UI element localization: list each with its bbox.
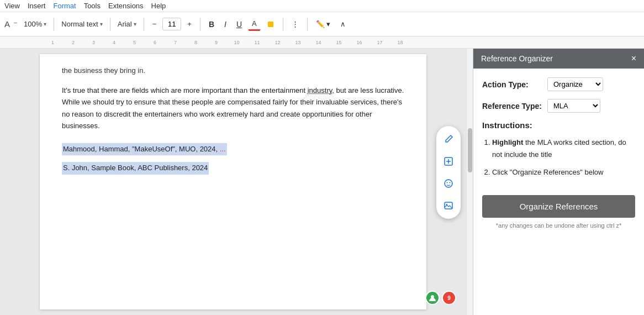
font-size-decrease[interactable]: − <box>149 18 161 30</box>
doc-top-text: the business they bring in. <box>62 65 404 77</box>
main-area: the business they bring in. It's true th… <box>0 49 644 315</box>
separator-4 <box>200 18 200 31</box>
ref-panel-close-button[interactable]: × <box>631 54 636 63</box>
svg-point-2 <box>445 180 452 187</box>
toolbar: A ⁻ 100% ▾ Normal text ▾ Arial ▾ − + B I… <box>0 12 644 36</box>
doc-body-paragraph: It's true that there are fields which ar… <box>62 85 404 132</box>
underline-button[interactable]: U <box>233 18 246 31</box>
pen-button[interactable]: ✏️ ▾ <box>312 18 335 30</box>
instruction-step-1: Highlight the MLA works cited section, d… <box>492 136 635 161</box>
organize-references-button[interactable]: Organize References <box>482 195 635 218</box>
more-options-button[interactable]: ⋮ <box>288 18 303 30</box>
font-size-input[interactable] <box>162 18 181 30</box>
top-text-content: the business they bring in. <box>62 66 145 75</box>
ref-1-text: Mahmood, Hammad, "MakeUseOf", MUO, 2024,… <box>62 143 227 156</box>
avatar-green <box>425 291 440 305</box>
font-family-value: Arial <box>118 20 132 28</box>
scrollbar-track[interactable] <box>466 49 473 315</box>
floating-toolbar <box>436 126 461 219</box>
image-float-button[interactable] <box>440 197 457 214</box>
highlight-button[interactable] <box>263 18 278 30</box>
font-style-value: Normal text <box>61 20 98 28</box>
emoji-float-button[interactable] <box>440 175 457 192</box>
instruction-1-bold: Highlight <box>492 138 523 146</box>
instruction-2-text: Click "Organize References" below <box>492 168 603 176</box>
menu-item-view[interactable]: View <box>4 2 20 10</box>
menu-item-tools[interactable]: Tools <box>84 2 101 10</box>
collapse-button[interactable]: ∧ <box>336 18 350 30</box>
add-float-button[interactable] <box>440 153 457 170</box>
svg-rect-0 <box>268 22 273 27</box>
ruler: 1 2 3 4 5 6 7 8 9 10 11 12 13 14 15 16 1… <box>0 36 644 49</box>
menu-item-insert[interactable]: Insert <box>28 2 46 10</box>
ref-note: *any changes can be undone after using c… <box>482 222 635 229</box>
menu-bar: View Insert Format Tools Extensions Help <box>0 0 644 12</box>
ref-panel: Reference Organizer × Action Type: Organ… <box>473 49 644 315</box>
menu-item-extensions[interactable]: Extensions <box>108 2 144 10</box>
instructions-list: Highlight the MLA works cited section, d… <box>482 136 635 179</box>
svg-point-4 <box>450 182 451 183</box>
font-paint-icon: ⁻ <box>13 19 18 29</box>
reference-type-select[interactable]: MLA APA Chicago <box>547 99 600 113</box>
text-color-button[interactable]: A <box>248 17 261 31</box>
ref-panel-body: Action Type: Organize Sort Format Refere… <box>473 69 644 315</box>
doc-area[interactable]: the business they bring in. It's true th… <box>0 49 466 315</box>
font-family-chevron-icon: ▾ <box>134 21 136 27</box>
font-style-chevron-icon: ▾ <box>100 21 103 27</box>
font-family-selector[interactable]: Arial ▾ <box>115 18 139 30</box>
svg-rect-5 <box>445 202 452 209</box>
ref-2-text: S. John, Sample Book, ABC Publishers, 20… <box>62 162 209 175</box>
zoom-value: 100% <box>24 20 42 28</box>
instructions-title: Instructions: <box>482 120 635 130</box>
font-style-selector[interactable]: Normal text ▾ <box>59 18 105 30</box>
svg-point-6 <box>446 204 447 205</box>
edit-float-button[interactable] <box>440 130 457 148</box>
zoom-chevron-icon: ▾ <box>44 21 46 27</box>
document-page[interactable]: the business they bring in. It's true th… <box>40 54 426 309</box>
separator-5 <box>283 18 283 31</box>
separator-2 <box>110 18 110 31</box>
reference-type-row: Reference Type: MLA APA Chicago <box>482 99 635 113</box>
action-type-select[interactable]: Organize Sort Format <box>547 77 603 91</box>
body-text-content: It's true that there are fields which ar… <box>62 86 404 130</box>
ref-line-2-container: S. John, Sample Book, ABC Publishers, 20… <box>62 162 404 177</box>
instruction-step-2: Click "Organize References" below <box>492 166 635 179</box>
menu-item-help[interactable]: Help <box>151 2 166 10</box>
action-type-label: Action Type: <box>482 80 543 89</box>
font-size-increase[interactable]: + <box>183 18 196 30</box>
action-type-row: Action Type: Organize Sort Format <box>482 77 635 91</box>
references-section: Mahmood, Hammad, "MakeUseOf", MUO, 2024,… <box>62 143 404 177</box>
ref-panel-header: Reference Organizer × <box>473 49 644 69</box>
reference-type-label: Reference Type: <box>482 102 543 111</box>
bold-button[interactable]: B <box>205 18 218 31</box>
separator-1 <box>54 18 54 31</box>
menu-item-format[interactable]: Format <box>53 2 76 10</box>
zoom-selector[interactable]: 100% ▾ <box>21 18 49 30</box>
separator-6 <box>307 18 308 31</box>
separator-3 <box>144 18 144 31</box>
ref-panel-title: Reference Organizer <box>481 54 553 63</box>
bottom-avatars: 9 <box>425 291 456 305</box>
scrollbar-thumb[interactable] <box>468 128 472 172</box>
avatar-red: 9 <box>442 291 456 305</box>
svg-point-3 <box>447 182 448 183</box>
italic-button[interactable]: I <box>220 18 230 31</box>
ref-line-1: Mahmood, Hammad, "MakeUseOf", MUO, 2024,… <box>62 143 404 158</box>
instructions-section: Instructions: Highlight the MLA works ci… <box>482 120 635 179</box>
font-style-icon: A <box>4 19 10 29</box>
